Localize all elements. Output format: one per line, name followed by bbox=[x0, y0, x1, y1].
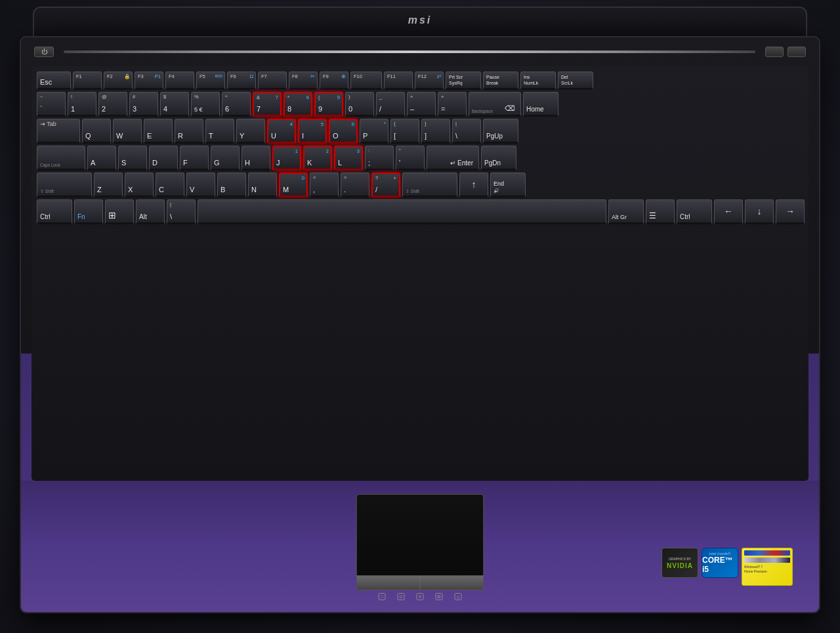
key-f11[interactable]: F11 bbox=[384, 71, 413, 90]
key-end[interactable]: End🔊 bbox=[490, 173, 526, 197]
touchpad-left-button[interactable] bbox=[357, 577, 421, 590]
key-f9[interactable]: F9⊕ bbox=[320, 71, 348, 90]
key-o[interactable]: O6 bbox=[329, 119, 358, 144]
key-c[interactable]: C bbox=[156, 173, 184, 197]
key-f7[interactable]: F7 bbox=[258, 71, 287, 90]
key-prtsc[interactable]: Prt ScrSysRq bbox=[446, 71, 481, 90]
key-altgr[interactable]: Alt Gr bbox=[608, 199, 644, 224]
key-3[interactable]: #3 bbox=[129, 92, 158, 117]
key-s[interactable]: S bbox=[118, 146, 147, 171]
key-t[interactable]: T bbox=[205, 119, 234, 144]
power-button[interactable]: ⏻ bbox=[34, 47, 54, 57]
key-win[interactable]: ⊞ bbox=[105, 199, 134, 224]
key-pgdn[interactable]: PgDn bbox=[481, 146, 516, 171]
key-j[interactable]: J1 bbox=[272, 146, 301, 171]
key-a[interactable]: A bbox=[87, 146, 116, 171]
key-shift-r[interactable]: ⇧ Shift bbox=[402, 173, 457, 197]
key-fn[interactable]: Fn bbox=[74, 199, 103, 224]
key-f1[interactable]: F1 bbox=[73, 71, 102, 90]
key-k[interactable]: K2 bbox=[303, 146, 332, 171]
key-d[interactable]: D bbox=[149, 146, 178, 171]
intel-core-text: CORE™ i5 bbox=[702, 556, 738, 574]
key-9[interactable]: (99 bbox=[314, 92, 343, 117]
key-space[interactable] bbox=[198, 199, 606, 224]
key-backspace[interactable]: ⌫ Backspace bbox=[469, 92, 521, 117]
key-8[interactable]: *88 bbox=[284, 92, 312, 117]
key-6[interactable]: ^6 bbox=[222, 92, 251, 117]
key-2[interactable]: @2 bbox=[98, 92, 127, 117]
key-f[interactable]: F bbox=[180, 146, 209, 171]
key-pgup[interactable]: PgUp bbox=[483, 119, 518, 144]
touchpad-container bbox=[356, 494, 484, 590]
key-semicolon[interactable]: :; bbox=[365, 146, 394, 171]
key-left[interactable]: ← bbox=[714, 199, 743, 224]
key-1[interactable]: !1 bbox=[68, 92, 96, 117]
key-esc[interactable]: Esc bbox=[37, 71, 71, 90]
key-m[interactable]: M0 bbox=[279, 173, 308, 197]
key-slash[interactable]: ?+/ bbox=[371, 173, 400, 197]
key-7[interactable]: &77 bbox=[253, 92, 282, 117]
key-ins[interactable]: InsNumLk bbox=[520, 71, 556, 90]
key-lbracket[interactable]: {[ bbox=[390, 119, 419, 144]
key-w[interactable]: W bbox=[113, 119, 142, 144]
bottom-row: Ctrl Fn ⊞ Alt |\ Alt Gr ☰ Ctrl ← ↓ → bbox=[37, 199, 805, 224]
key-f12[interactable]: F12z² bbox=[415, 71, 444, 90]
touchpad[interactable] bbox=[356, 494, 484, 576]
key-del[interactable]: DelScrLk bbox=[558, 71, 593, 90]
key-5[interactable]: %5 € bbox=[191, 92, 220, 117]
key-n[interactable]: N bbox=[248, 173, 277, 197]
led-2: ⊙ bbox=[398, 593, 405, 600]
key-minus[interactable]: _/ bbox=[376, 92, 405, 117]
laptop-body: ⏻ Esc F1 F2🔒 F3P1 F4 F5eco F6Ω F7 F8 bbox=[20, 36, 820, 613]
key-f10[interactable]: F10 bbox=[350, 71, 382, 90]
palm-rest: □ ⊙ ✕ ⊞ ||| GRAPHICS BY NVIDIA intel Ins… bbox=[21, 481, 819, 612]
key-down[interactable]: ↓ bbox=[745, 199, 774, 224]
key-backslash2[interactable]: |\ bbox=[167, 199, 196, 224]
key-equals2[interactable]: += bbox=[438, 92, 467, 117]
key-u[interactable]: U4 bbox=[267, 119, 296, 144]
key-period[interactable]: >. bbox=[341, 173, 369, 197]
key-f8[interactable]: F8✂ bbox=[289, 71, 318, 90]
key-up[interactable]: ↑ bbox=[459, 173, 488, 197]
key-enter[interactable]: ↵ Enter bbox=[427, 146, 479, 171]
key-menu[interactable]: ☰ bbox=[646, 199, 675, 224]
key-b[interactable]: B bbox=[217, 173, 246, 197]
key-home[interactable]: Home bbox=[523, 92, 558, 117]
key-f6[interactable]: F6Ω bbox=[227, 71, 256, 90]
key-shift-l[interactable]: ⇧ Shift bbox=[37, 173, 92, 197]
key-comma[interactable]: <, bbox=[310, 173, 339, 197]
key-i[interactable]: I5 bbox=[298, 119, 327, 144]
key-p[interactable]: P* bbox=[360, 119, 388, 144]
key-right[interactable]: → bbox=[776, 199, 805, 224]
key-ctrl-l[interactable]: Ctrl bbox=[37, 199, 72, 224]
key-z[interactable]: Z bbox=[94, 173, 123, 197]
touchpad-right-button[interactable] bbox=[421, 577, 484, 590]
key-r[interactable]: R bbox=[175, 119, 203, 144]
key-tab[interactable]: ⇥ Tab bbox=[37, 119, 80, 144]
key-pause[interactable]: PauseBreak bbox=[483, 71, 518, 90]
key-f4[interactable]: F4 bbox=[165, 71, 194, 90]
key-e[interactable]: E bbox=[144, 119, 173, 144]
key-0[interactable]: )0 bbox=[345, 92, 374, 117]
key-q[interactable]: Q bbox=[82, 119, 111, 144]
key-f3[interactable]: F3P1 bbox=[135, 71, 163, 90]
key-backslash[interactable]: |\ bbox=[452, 119, 481, 144]
key-ctrl-r[interactable]: Ctrl bbox=[677, 199, 712, 224]
key-x[interactable]: X bbox=[125, 173, 154, 197]
key-g[interactable]: G bbox=[211, 146, 240, 171]
key-caps[interactable]: Caps Lock bbox=[37, 146, 85, 171]
key-tilde[interactable]: ~` bbox=[37, 92, 66, 117]
nvidia-top-text: GRAPHICS BY bbox=[669, 557, 691, 561]
key-quote[interactable]: "' bbox=[396, 146, 425, 171]
key-v[interactable]: V bbox=[186, 173, 215, 197]
key-f2[interactable]: F2🔒 bbox=[104, 71, 133, 90]
key-4[interactable]: $4 bbox=[160, 92, 189, 117]
key-equals[interactable]: +– bbox=[407, 92, 436, 117]
key-alt-l[interactable]: Alt bbox=[136, 199, 165, 224]
key-f5[interactable]: F5eco bbox=[196, 71, 225, 90]
key-l[interactable]: L3 bbox=[334, 146, 363, 171]
qwerty-row: ⇥ Tab Q W E R T Y U4 I5 O6 P* {[ }] |\ P… bbox=[37, 119, 805, 144]
key-h[interactable]: H bbox=[242, 146, 270, 171]
key-rbracket[interactable]: }] bbox=[421, 119, 450, 144]
key-y[interactable]: Y bbox=[236, 119, 265, 144]
